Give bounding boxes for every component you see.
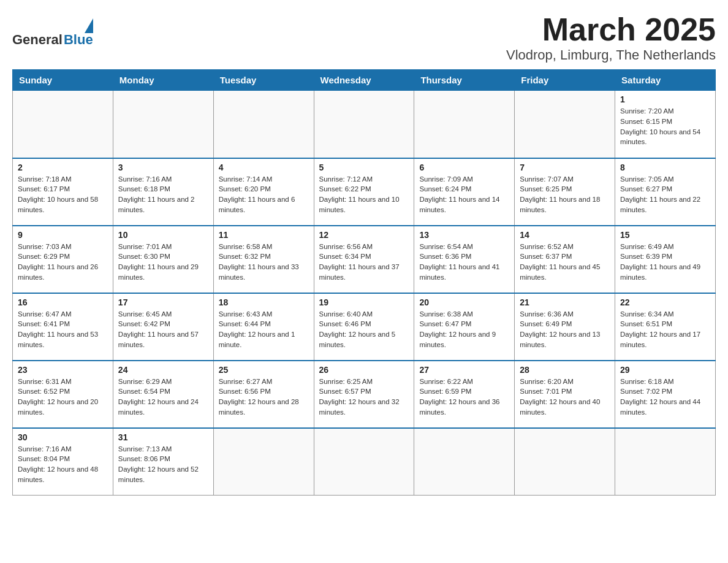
calendar-week-row: 16Sunrise: 6:47 AM Sunset: 6:41 PM Dayli… (13, 293, 716, 361)
calendar-day-cell: 11Sunrise: 6:58 AM Sunset: 6:32 PM Dayli… (213, 226, 314, 293)
day-info: Sunrise: 7:14 AM Sunset: 6:20 PM Dayligh… (219, 174, 309, 215)
day-info: Sunrise: 6:58 AM Sunset: 6:32 PM Dayligh… (219, 242, 309, 283)
day-number: 26 (319, 365, 409, 375)
day-number: 28 (520, 365, 610, 375)
day-info: Sunrise: 6:20 AM Sunset: 7:01 PM Dayligh… (520, 377, 610, 418)
day-info: Sunrise: 7:09 AM Sunset: 6:24 PM Dayligh… (419, 174, 509, 215)
day-info: Sunrise: 7:12 AM Sunset: 6:22 PM Dayligh… (319, 174, 409, 215)
day-number: 29 (620, 365, 710, 375)
day-of-week-header: Wednesday (314, 70, 414, 91)
day-number: 24 (118, 365, 208, 375)
day-info: Sunrise: 7:05 AM Sunset: 6:27 PM Dayligh… (620, 174, 710, 215)
calendar-day-cell: 21Sunrise: 6:36 AM Sunset: 6:49 PM Dayli… (515, 293, 615, 361)
day-info: Sunrise: 6:56 AM Sunset: 6:34 PM Dayligh… (319, 242, 409, 283)
calendar-day-cell: 8Sunrise: 7:05 AM Sunset: 6:27 PM Daylig… (615, 158, 716, 226)
calendar-day-cell: 3Sunrise: 7:16 AM Sunset: 6:18 PM Daylig… (113, 158, 213, 226)
day-info: Sunrise: 6:47 AM Sunset: 6:41 PM Dayligh… (18, 309, 108, 350)
calendar-week-row: 1Sunrise: 7:20 AM Sunset: 6:15 PM Daylig… (13, 91, 716, 158)
calendar-day-cell: 23Sunrise: 6:31 AM Sunset: 6:52 PM Dayli… (13, 361, 113, 428)
day-info: Sunrise: 7:20 AM Sunset: 6:15 PM Dayligh… (620, 106, 710, 147)
day-info: Sunrise: 6:40 AM Sunset: 6:46 PM Dayligh… (319, 309, 409, 350)
day-info: Sunrise: 6:52 AM Sunset: 6:37 PM Dayligh… (520, 242, 610, 283)
logo: General Blue (12, 18, 93, 48)
calendar-day-cell (314, 91, 414, 158)
day-of-week-header: Friday (515, 70, 615, 91)
day-number: 4 (219, 163, 309, 172)
calendar-table: SundayMondayTuesdayWednesdayThursdayFrid… (12, 69, 716, 496)
day-info: Sunrise: 6:18 AM Sunset: 7:02 PM Dayligh… (620, 377, 710, 418)
calendar-day-cell: 14Sunrise: 6:52 AM Sunset: 6:37 PM Dayli… (515, 226, 615, 293)
page-header: General Blue March 2025 Vlodrop, Limburg… (12, 12, 716, 63)
day-info: Sunrise: 7:16 AM Sunset: 6:18 PM Dayligh… (118, 174, 208, 215)
day-number: 27 (419, 365, 509, 375)
calendar-week-row: 23Sunrise: 6:31 AM Sunset: 6:52 PM Dayli… (13, 361, 716, 428)
day-info: Sunrise: 6:31 AM Sunset: 6:52 PM Dayligh… (18, 377, 108, 418)
day-number: 8 (620, 163, 710, 172)
calendar-day-cell: 13Sunrise: 6:54 AM Sunset: 6:36 PM Dayli… (414, 226, 515, 293)
day-of-week-header: Sunday (13, 70, 113, 91)
calendar-day-cell: 17Sunrise: 6:45 AM Sunset: 6:42 PM Dayli… (113, 293, 213, 361)
day-info: Sunrise: 6:43 AM Sunset: 6:44 PM Dayligh… (219, 309, 309, 350)
day-number: 7 (520, 163, 610, 172)
calendar-day-cell: 6Sunrise: 7:09 AM Sunset: 6:24 PM Daylig… (414, 158, 515, 226)
day-of-week-header: Tuesday (213, 70, 314, 91)
day-number: 17 (118, 297, 208, 307)
day-number: 13 (419, 230, 509, 240)
day-info: Sunrise: 6:27 AM Sunset: 6:56 PM Dayligh… (219, 377, 309, 418)
calendar-day-cell: 30Sunrise: 7:16 AM Sunset: 8:04 PM Dayli… (13, 428, 113, 496)
calendar-day-cell: 1Sunrise: 7:20 AM Sunset: 6:15 PM Daylig… (615, 91, 716, 158)
day-number: 21 (520, 297, 610, 307)
day-number: 22 (620, 297, 710, 307)
day-info: Sunrise: 7:03 AM Sunset: 6:29 PM Dayligh… (18, 242, 108, 283)
calendar-day-cell: 2Sunrise: 7:18 AM Sunset: 6:17 PM Daylig… (13, 158, 113, 226)
day-number: 5 (319, 163, 409, 172)
calendar-day-cell: 18Sunrise: 6:43 AM Sunset: 6:44 PM Dayli… (213, 293, 314, 361)
title-block: March 2025 Vlodrop, Limburg, The Netherl… (506, 12, 716, 63)
day-info: Sunrise: 6:45 AM Sunset: 6:42 PM Dayligh… (118, 309, 208, 350)
calendar-day-cell: 7Sunrise: 7:07 AM Sunset: 6:25 PM Daylig… (515, 158, 615, 226)
day-number: 16 (18, 297, 108, 307)
day-info: Sunrise: 6:29 AM Sunset: 6:54 PM Dayligh… (118, 377, 208, 418)
calendar-day-cell: 25Sunrise: 6:27 AM Sunset: 6:56 PM Dayli… (213, 361, 314, 428)
calendar-day-cell: 27Sunrise: 6:22 AM Sunset: 6:59 PM Dayli… (414, 361, 515, 428)
calendar-day-cell: 26Sunrise: 6:25 AM Sunset: 6:57 PM Dayli… (314, 361, 414, 428)
calendar-day-cell: 12Sunrise: 6:56 AM Sunset: 6:34 PM Dayli… (314, 226, 414, 293)
day-number: 6 (419, 163, 509, 172)
calendar-day-cell: 15Sunrise: 6:49 AM Sunset: 6:39 PM Dayli… (615, 226, 716, 293)
calendar-day-cell (213, 91, 314, 158)
day-number: 18 (219, 297, 309, 307)
calendar-day-cell: 5Sunrise: 7:12 AM Sunset: 6:22 PM Daylig… (314, 158, 414, 226)
day-info: Sunrise: 7:07 AM Sunset: 6:25 PM Dayligh… (520, 174, 610, 215)
calendar-day-cell (615, 428, 716, 496)
calendar-day-cell: 4Sunrise: 7:14 AM Sunset: 6:20 PM Daylig… (213, 158, 314, 226)
calendar-day-cell: 22Sunrise: 6:34 AM Sunset: 6:51 PM Dayli… (615, 293, 716, 361)
day-number: 10 (118, 230, 208, 240)
day-info: Sunrise: 6:49 AM Sunset: 6:39 PM Dayligh… (620, 242, 710, 283)
day-number: 15 (620, 230, 710, 240)
day-of-week-header: Saturday (615, 70, 716, 91)
calendar-subtitle: Vlodrop, Limburg, The Netherlands (506, 47, 716, 63)
calendar-day-cell (113, 91, 213, 158)
day-number: 14 (520, 230, 610, 240)
calendar-day-cell (414, 428, 515, 496)
calendar-day-cell: 20Sunrise: 6:38 AM Sunset: 6:47 PM Dayli… (414, 293, 515, 361)
calendar-week-row: 30Sunrise: 7:16 AM Sunset: 8:04 PM Dayli… (13, 428, 716, 496)
calendar-header-row: SundayMondayTuesdayWednesdayThursdayFrid… (13, 70, 716, 91)
day-of-week-header: Monday (113, 70, 213, 91)
day-number: 12 (319, 230, 409, 240)
day-number: 11 (219, 230, 309, 240)
logo-text-blue: Blue (64, 32, 93, 48)
calendar-day-cell: 19Sunrise: 6:40 AM Sunset: 6:46 PM Dayli… (314, 293, 414, 361)
calendar-title: March 2025 (506, 12, 716, 47)
calendar-day-cell (13, 91, 113, 158)
day-info: Sunrise: 7:13 AM Sunset: 8:06 PM Dayligh… (118, 444, 208, 485)
day-number: 20 (419, 297, 509, 307)
calendar-day-cell (414, 91, 515, 158)
logo-text-general: General (12, 32, 63, 48)
day-info: Sunrise: 7:18 AM Sunset: 6:17 PM Dayligh… (18, 174, 108, 215)
day-info: Sunrise: 6:34 AM Sunset: 6:51 PM Dayligh… (620, 309, 710, 350)
day-number: 2 (18, 163, 108, 172)
day-info: Sunrise: 6:36 AM Sunset: 6:49 PM Dayligh… (520, 309, 610, 350)
day-info: Sunrise: 7:16 AM Sunset: 8:04 PM Dayligh… (18, 444, 108, 485)
calendar-day-cell: 28Sunrise: 6:20 AM Sunset: 7:01 PM Dayli… (515, 361, 615, 428)
